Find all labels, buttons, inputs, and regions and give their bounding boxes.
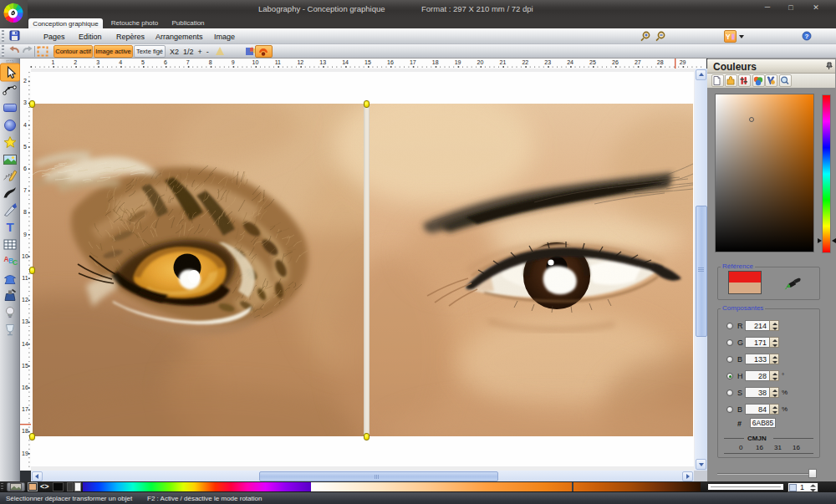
svg-text:10: 10 <box>252 59 259 65</box>
svg-text:2: 2 <box>23 78 27 84</box>
svg-text:2: 2 <box>74 59 77 65</box>
svg-text:24: 24 <box>567 59 573 65</box>
svg-text:28: 28 <box>657 59 664 65</box>
svg-text:9: 9 <box>232 59 235 65</box>
svg-text:18: 18 <box>432 59 439 65</box>
svg-text:6: 6 <box>23 165 27 171</box>
svg-text:18: 18 <box>22 428 28 434</box>
svg-text:19: 19 <box>22 451 28 456</box>
svg-text:15: 15 <box>364 59 371 65</box>
svg-text:1: 1 <box>51 59 54 65</box>
svg-text:?: ? <box>805 33 809 40</box>
svg-text:11: 11 <box>22 275 28 281</box>
svg-text:T: T <box>6 220 13 234</box>
svg-text:16: 16 <box>387 59 394 65</box>
svg-text:10: 10 <box>22 253 28 259</box>
svg-text:19: 19 <box>455 59 461 65</box>
svg-text:11: 11 <box>275 59 281 65</box>
svg-text:21: 21 <box>500 59 507 65</box>
svg-text:3: 3 <box>96 59 99 65</box>
svg-text:17: 17 <box>22 406 28 412</box>
svg-text:29: 29 <box>680 59 686 65</box>
svg-text:4: 4 <box>119 59 122 65</box>
svg-text:17: 17 <box>410 59 416 65</box>
svg-text:27: 27 <box>635 59 641 65</box>
svg-text:20: 20 <box>477 59 484 65</box>
svg-text:7: 7 <box>186 59 190 65</box>
svg-text:23: 23 <box>544 59 551 65</box>
svg-text:7: 7 <box>23 187 27 193</box>
svg-text:15: 15 <box>22 363 28 369</box>
svg-text:14: 14 <box>342 59 349 65</box>
svg-text:4: 4 <box>23 122 27 128</box>
svg-text:8: 8 <box>209 59 212 65</box>
svg-text:9: 9 <box>23 232 27 237</box>
svg-text:6: 6 <box>164 59 167 65</box>
svg-text:26: 26 <box>612 59 619 65</box>
svg-text:13: 13 <box>22 318 28 324</box>
svg-text:Y: Y <box>726 33 731 41</box>
svg-text:25: 25 <box>589 59 596 65</box>
svg-text:5: 5 <box>141 59 145 65</box>
svg-text:12: 12 <box>22 297 28 303</box>
svg-text:16: 16 <box>22 384 28 390</box>
svg-text:3: 3 <box>23 99 27 105</box>
svg-text:14: 14 <box>22 341 28 347</box>
svg-text:8: 8 <box>23 209 27 215</box>
svg-text:C: C <box>13 258 18 267</box>
svg-text:13: 13 <box>319 59 326 65</box>
svg-text:22: 22 <box>522 59 528 65</box>
svg-text:12: 12 <box>297 59 303 65</box>
svg-text:5: 5 <box>23 144 27 150</box>
